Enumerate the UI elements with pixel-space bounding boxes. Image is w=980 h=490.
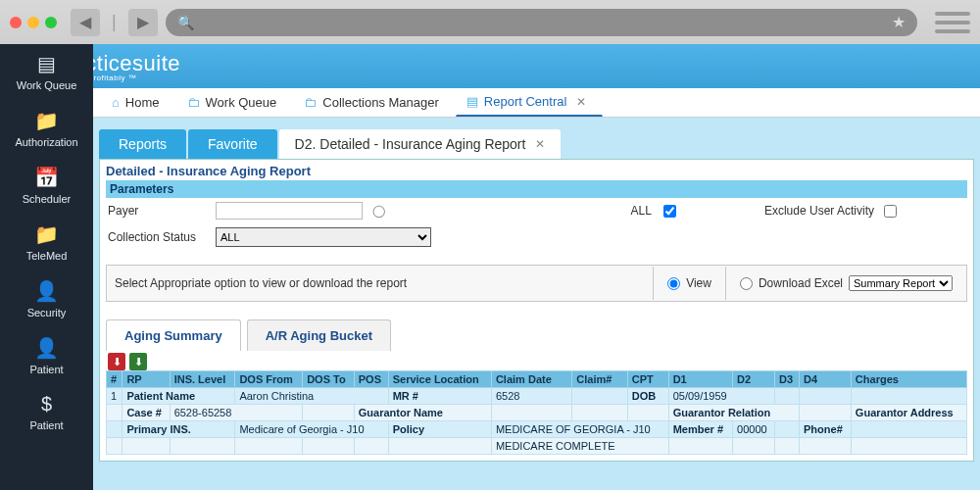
parameters-header: Parameters xyxy=(106,180,967,198)
sidebar-item-security[interactable]: 👤 Security xyxy=(0,271,93,328)
folder-icon: 🗀 xyxy=(187,95,200,110)
cell-case-label: Case # xyxy=(122,405,170,421)
col-service-location[interactable]: Service Location xyxy=(388,371,491,388)
cell-dob-label: DOB xyxy=(627,388,668,405)
cell-plan-val2: MEDICARE COMPLETE xyxy=(491,438,668,455)
cell-dob: 05/09/1959 xyxy=(668,388,774,405)
active-report-tab[interactable]: D2. Detailed - Insurance Aging Report ✕ xyxy=(279,129,562,159)
col-dos-from[interactable]: DOS From xyxy=(235,371,303,388)
col-num[interactable]: # xyxy=(107,371,122,388)
all-label: ALL xyxy=(631,204,652,218)
all-checkbox[interactable] xyxy=(663,205,676,218)
cell-policy-label: Policy xyxy=(388,421,491,438)
minimize-window-icon[interactable] xyxy=(27,17,39,28)
sidebar-item-label: Patient xyxy=(29,419,63,431)
cell-primary-ins-val: Medicare of Georgia - J10 xyxy=(235,421,388,438)
cell-patient-name-label: Patient Name xyxy=(122,388,235,405)
col-d1[interactable]: D1 xyxy=(668,371,732,388)
col-dos-to[interactable]: DOS To xyxy=(303,371,355,388)
cell-num: 1 xyxy=(107,388,122,405)
table-header-row: # RP INS. Level DOS From DOS To POS Serv… xyxy=(107,371,967,388)
export-excel-icon[interactable]: ⬇ xyxy=(129,353,147,370)
col-pos[interactable]: POS xyxy=(354,371,388,388)
col-d4[interactable]: D4 xyxy=(800,371,852,388)
exclude-checkbox[interactable] xyxy=(884,205,897,218)
col-claim-date[interactable]: Claim Date xyxy=(491,371,571,388)
cell-guarantor-address-label: Guarantor Address xyxy=(851,405,966,421)
work-queue-icon: ▤ xyxy=(0,52,93,75)
sidebar-item-scheduler[interactable]: 📅 Scheduler xyxy=(0,158,93,215)
menu-button[interactable] xyxy=(935,12,970,33)
sidebar-item-telemed[interactable]: 📁 TeleMed xyxy=(0,215,93,271)
bookmark-star-icon[interactable]: ★ xyxy=(892,13,906,31)
maximize-window-icon[interactable] xyxy=(45,17,57,28)
folder-icon: 📁 xyxy=(0,109,93,132)
payer-label: Payer xyxy=(108,204,206,218)
pill-reports[interactable]: Reports xyxy=(99,129,186,159)
user-shield-icon: 👤 xyxy=(0,279,93,303)
tab-label: Work Queue xyxy=(206,95,277,110)
home-icon: ⌂ xyxy=(112,95,120,110)
folder-icon: 📁 xyxy=(0,222,93,246)
subtab-aging-summary[interactable]: Aging Summary xyxy=(106,319,241,351)
pill-favorite[interactable]: Favorite xyxy=(188,129,277,159)
cell-guarantor-relation-label: Guarantor Relation xyxy=(668,405,799,421)
back-button[interactable]: ◀ xyxy=(71,9,100,36)
collection-status-label: Collection Status xyxy=(108,230,206,244)
brand-logo: practicesuite Practice Profitably ™ xyxy=(93,51,180,82)
sidebar-item-patient-billing[interactable]: $ Patient xyxy=(0,385,93,441)
col-charges[interactable]: Charges xyxy=(851,371,966,388)
tab-home[interactable]: ⌂ Home xyxy=(101,88,176,117)
col-claim-num[interactable]: Claim# xyxy=(572,371,627,388)
sidebar-item-authorization[interactable]: 📁 Authorization xyxy=(0,101,93,158)
sidebar-item-patient[interactable]: 👤 Patient xyxy=(0,328,93,385)
forward-button[interactable]: ▶ xyxy=(128,9,158,36)
main: practicesuite Practice Profitably ™ ⌂ Ho… xyxy=(93,44,980,490)
address-bar[interactable]: 🔍 ★ xyxy=(166,9,917,36)
col-d3[interactable]: D3 xyxy=(775,371,800,388)
cell-plan-val: MEDICARE OF GEORGIA - J10 xyxy=(491,421,668,438)
tab-collections-manager[interactable]: 🗀 Collections Manager xyxy=(293,88,456,117)
table-row: 1 Patient Name Aaron Christina MR # 6528… xyxy=(107,388,967,405)
window-controls xyxy=(10,17,57,28)
folder-icon: 🗀 xyxy=(304,95,317,110)
payer-lookup-icon[interactable]: ◯ xyxy=(372,204,385,218)
calendar-icon: 📅 xyxy=(0,166,93,189)
app-topbar: practicesuite Practice Profitably ™ xyxy=(93,44,980,88)
cell-member-label: Member # xyxy=(668,421,732,438)
sidebar-item-label: Authorization xyxy=(15,136,77,148)
sidebar-item-label: Scheduler xyxy=(23,193,72,205)
tab-report-central[interactable]: ▤ Report Central ✕ xyxy=(456,87,604,117)
nav-separator: | xyxy=(112,12,117,32)
col-cpt[interactable]: CPT xyxy=(627,371,668,388)
tab-label: Collections Manager xyxy=(322,95,439,110)
col-d2[interactable]: D2 xyxy=(733,371,775,388)
collection-status-select[interactable]: ALL xyxy=(216,227,431,247)
dollar-icon: $ xyxy=(0,393,93,416)
view-label: View xyxy=(686,276,711,290)
download-type-select[interactable]: Summary Report xyxy=(849,275,953,291)
cell-mr-label: MR # xyxy=(388,388,491,405)
export-pdf-icon[interactable]: ⬇ xyxy=(108,353,125,370)
panel-title: Detailed - Insurance Aging Report xyxy=(106,164,967,178)
sidebar-item-work-queue[interactable]: ▤ Work Queue xyxy=(0,44,93,101)
view-radio[interactable] xyxy=(667,277,680,290)
table-row: MEDICARE COMPLETE xyxy=(107,438,967,455)
close-icon[interactable]: ✕ xyxy=(576,95,586,109)
col-ins-level[interactable]: INS. Level xyxy=(170,371,235,388)
report-tabs: Reports Favorite D2. Detailed - Insuranc… xyxy=(99,129,974,159)
close-window-icon[interactable] xyxy=(10,17,22,28)
tab-work-queue[interactable]: 🗀 Work Queue xyxy=(176,88,294,117)
subtab-ar-aging-bucket[interactable]: A/R Aging Bucket xyxy=(247,319,391,351)
download-radio[interactable] xyxy=(740,277,753,290)
table-row: Case # 6528-65258 Guarantor Name Guarant… xyxy=(107,405,967,421)
close-icon[interactable]: ✕ xyxy=(535,137,545,151)
cell-claim-num: 6528 xyxy=(491,388,571,405)
brand-name: practicesuite xyxy=(93,51,180,76)
col-rp[interactable]: RP xyxy=(122,371,170,388)
payer-input[interactable] xyxy=(216,202,363,220)
user-icon: 👤 xyxy=(0,336,93,360)
browser-chrome: ◀ | ▶ 🔍 ★ xyxy=(0,0,980,44)
cell-primary-ins-label: Primary INS. xyxy=(122,421,235,438)
tab-label: Report Central xyxy=(484,94,567,109)
